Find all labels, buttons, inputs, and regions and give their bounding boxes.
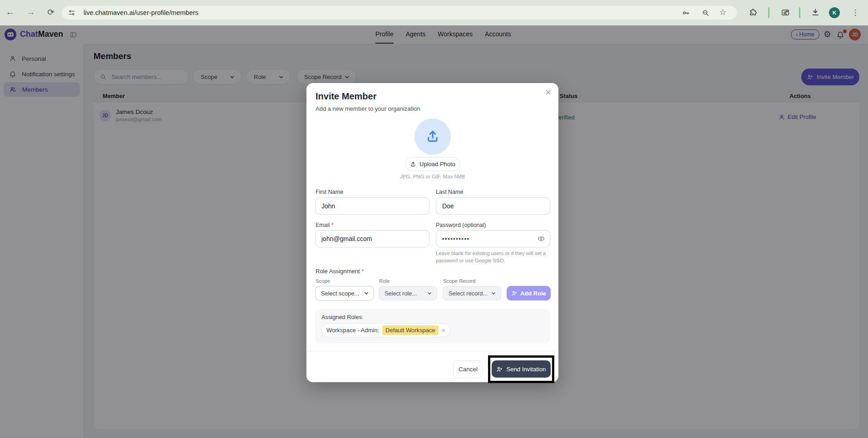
address-bar[interactable]: live.chatmaven.ai/user-profile/members ☆: [62, 6, 737, 20]
zoom-out-icon[interactable]: [702, 9, 710, 17]
modal-title: Invite Member: [316, 91, 376, 102]
upload-hint: JPG, PNG or GIF. Max 5MB: [306, 174, 558, 179]
url-text[interactable]: live.chatmaven.ai/user-profile/members: [84, 6, 198, 20]
assigned-roles-label: Assigned Roles:: [321, 314, 363, 320]
toolbar-divider: [799, 7, 800, 18]
browser-toolbar: ← → ⟳ live.chatmaven.ai/user-profile/mem…: [0, 0, 868, 25]
first-name-field[interactable]: [315, 197, 429, 215]
chevron-down-icon: [427, 290, 432, 296]
upload-photo-button[interactable]: Upload Photo: [405, 157, 460, 171]
chevron-down-icon: [491, 290, 496, 296]
browser-reload-icon[interactable]: ⟳: [45, 7, 56, 18]
side-panel-search-icon[interactable]: [781, 8, 790, 17]
site-info-icon[interactable]: [68, 9, 75, 16]
role-chip-workspace: Default Workspace: [382, 325, 439, 335]
required-asterisk: *: [361, 268, 364, 275]
chevron-down-icon: [364, 290, 369, 296]
screen: ← → ⟳ live.chatmaven.ai/user-profile/mem…: [0, 0, 868, 438]
scope-record-label: Scope Record: [443, 278, 476, 284]
bookmark-star-icon[interactable]: ☆: [719, 7, 726, 17]
role-chip: Workspace - Admin: Default Workspace ×: [321, 323, 450, 337]
last-name-label: Last Name: [436, 189, 463, 195]
password-key-icon[interactable]: [682, 9, 690, 17]
modal-subtitle: Add a new member to your organization: [316, 105, 420, 112]
eye-icon[interactable]: [538, 235, 545, 242]
upload-icon: [425, 129, 440, 144]
role-label: Role: [379, 278, 390, 284]
photo-dropzone[interactable]: [414, 118, 451, 155]
role-select[interactable]: Select role...: [379, 286, 437, 300]
assigned-roles-panel: Assigned Roles: Workspace - Admin: Defau…: [315, 309, 550, 344]
extensions-icon[interactable]: [749, 8, 758, 17]
footer-divider: [306, 351, 558, 351]
cancel-button[interactable]: Cancel: [453, 360, 483, 378]
browser-menu-icon[interactable]: ⋮: [850, 7, 861, 18]
invite-member-modal: × Invite Member Add a new member to your…: [306, 83, 558, 382]
password-field[interactable]: [436, 230, 550, 247]
upload-icon: [410, 161, 416, 167]
required-asterisk: *: [331, 222, 334, 228]
remove-role-icon[interactable]: ×: [442, 327, 445, 334]
close-icon[interactable]: ×: [545, 87, 551, 98]
scope-record-select[interactable]: Select record...: [443, 286, 501, 300]
scope-label: Scope: [316, 278, 330, 284]
role-chip-text: Workspace - Admin:: [326, 327, 379, 334]
person-plus-icon: [496, 366, 503, 373]
add-role-button[interactable]: Add Role: [507, 286, 551, 300]
toolbar-divider: [768, 7, 769, 18]
first-name-label: First Name: [316, 189, 343, 195]
person-plus-icon: [511, 290, 518, 296]
password-helper-text: Leave blank for existing users or if the…: [436, 250, 550, 265]
email-label: Email *: [316, 222, 334, 228]
email-field[interactable]: [315, 230, 429, 247]
password-field-wrap: [436, 230, 550, 247]
browser-forward-icon[interactable]: →: [25, 7, 36, 18]
password-label: Password (optional): [436, 222, 486, 228]
last-name-field[interactable]: [436, 197, 550, 215]
send-invitation-button[interactable]: Send Invitation: [492, 360, 551, 378]
role-assignment-label: Role Assignment *: [316, 268, 364, 275]
browser-back-icon[interactable]: ←: [5, 7, 15, 18]
browser-profile-avatar[interactable]: K: [829, 7, 840, 18]
downloads-icon[interactable]: [811, 8, 820, 17]
scope-select[interactable]: Select scope...: [315, 286, 374, 300]
